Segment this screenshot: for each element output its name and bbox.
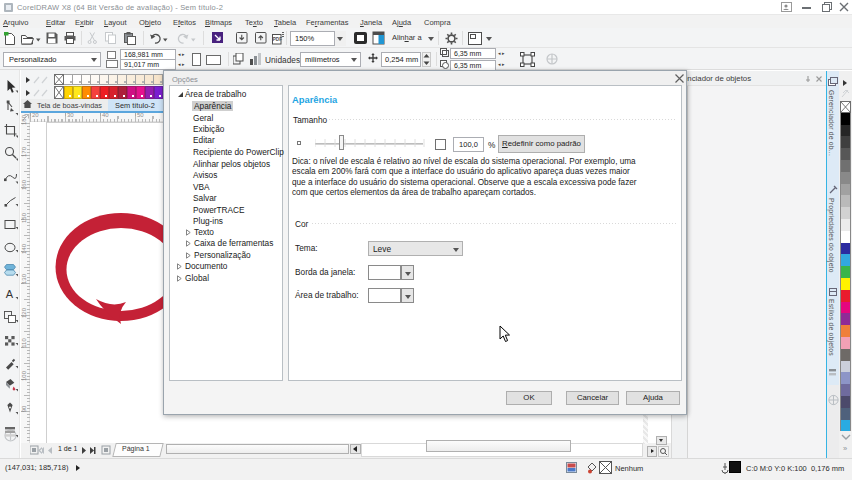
svg-text:PDF: PDF (273, 37, 282, 42)
svg-text:A: A (6, 288, 14, 300)
